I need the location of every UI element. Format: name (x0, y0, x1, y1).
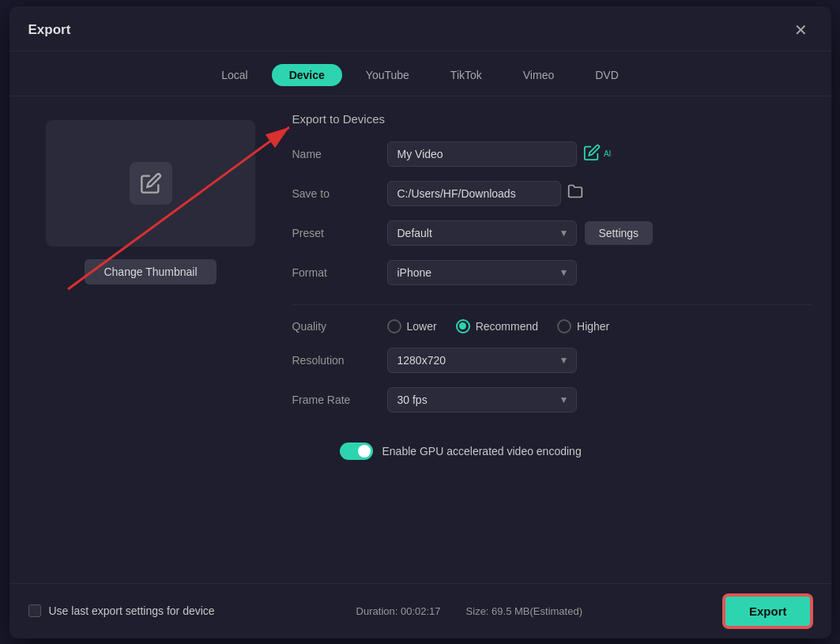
quality-recommend-label: Recommend (476, 320, 538, 333)
tab-dvd[interactable]: DVD (578, 64, 636, 86)
duration-info: Duration: 00:02:17 (356, 605, 441, 617)
preset-row: Preset Default ▼ Settings (292, 220, 812, 246)
tab-local[interactable]: Local (204, 64, 265, 86)
frame-rate-row: Frame Rate 30 fps ▼ (292, 387, 812, 412)
close-button[interactable]: ✕ (789, 19, 812, 41)
quality-row: Quality Lower Recommend Higher (292, 319, 812, 333)
size-info: Size: 69.5 MB(Estimated) (466, 605, 582, 617)
export-button[interactable]: Export (724, 595, 812, 627)
name-input[interactable] (387, 141, 577, 167)
right-panel: Export to Devices Name AI Save to (292, 112, 812, 567)
quality-recommend-option[interactable]: Recommend (456, 319, 538, 333)
format-select-wrap: iPhone ▼ (387, 260, 577, 285)
dialog-title: Export (28, 22, 71, 38)
resolution-select-wrap: 1280x720 ▼ (387, 348, 577, 373)
tabs-bar: Local Device YouTube TikTok Vimeo DVD (9, 51, 831, 96)
left-panel: Change Thumbnail (28, 112, 273, 567)
save-to-label: Save to (292, 187, 387, 200)
format-select[interactable]: iPhone (387, 260, 577, 285)
tab-youtube[interactable]: YouTube (348, 64, 427, 86)
frame-rate-select[interactable]: 30 fps (387, 387, 577, 412)
quality-lower-option[interactable]: Lower (387, 319, 437, 333)
footer-left: Use last export settings for device (28, 604, 215, 617)
resolution-select[interactable]: 1280x720 (387, 348, 577, 373)
dialog-header: Export ✕ (9, 6, 831, 51)
size-value: 69.5 MB(Estimated) (492, 605, 582, 617)
gpu-toggle-row: Enable GPU accelerated video encoding (292, 443, 812, 460)
save-to-input[interactable] (387, 181, 561, 206)
preset-select[interactable]: Default (387, 220, 577, 246)
frame-rate-label: Frame Rate (292, 394, 387, 406)
name-row: Name AI (292, 141, 812, 167)
resolution-row: Resolution 1280x720 ▼ (292, 348, 812, 373)
folder-button[interactable] (567, 183, 583, 203)
settings-button[interactable]: Settings (585, 221, 654, 245)
change-thumbnail-button[interactable]: Change Thumbnail (85, 259, 216, 284)
export-dialog: Export ✕ Local Device YouTube TikTok Vim… (9, 6, 831, 638)
preset-select-wrap: Default ▼ (387, 220, 577, 246)
section-title: Export to Devices (292, 112, 812, 126)
use-last-settings-label: Use last export settings for device (49, 604, 215, 617)
duration-value: 00:02:17 (401, 605, 441, 617)
duration-label: Duration: (356, 605, 398, 617)
tab-vimeo[interactable]: Vimeo (506, 64, 571, 86)
name-label: Name (292, 148, 387, 160)
quality-lower-radio[interactable] (387, 319, 401, 333)
save-to-row: Save to (292, 181, 812, 206)
quality-higher-option[interactable]: Higher (557, 319, 609, 333)
size-label: Size: (466, 605, 489, 617)
tab-tiktok[interactable]: TikTok (433, 64, 499, 86)
resolution-label: Resolution (292, 354, 387, 367)
gpu-label: Enable GPU accelerated video encoding (382, 445, 582, 458)
dialog-body: Change Thumbnail Export to Devices Name (9, 96, 831, 583)
thumbnail-preview (46, 120, 255, 247)
preset-label: Preset (292, 227, 387, 239)
tab-device[interactable]: Device (272, 64, 342, 86)
use-last-settings-checkbox[interactable] (28, 604, 41, 617)
format-label: Format (292, 266, 387, 279)
format-row: Format iPhone ▼ (292, 260, 812, 285)
divider (292, 304, 812, 305)
quality-options: Lower Recommend Higher (387, 319, 610, 333)
gpu-toggle[interactable] (340, 443, 373, 460)
frame-rate-select-wrap: 30 fps ▼ (387, 387, 577, 412)
quality-higher-radio[interactable] (557, 319, 571, 333)
quality-higher-label: Higher (577, 320, 609, 333)
thumbnail-icon (130, 162, 172, 205)
dialog-footer: Use last export settings for device Dura… (9, 583, 831, 638)
footer-meta: Duration: 00:02:17 Size: 69.5 MB(Estimat… (356, 605, 582, 617)
quality-lower-label: Lower (407, 320, 437, 333)
quality-recommend-radio[interactable] (456, 319, 470, 333)
ai-button[interactable]: AI (583, 144, 612, 164)
quality-label: Quality (292, 320, 387, 333)
